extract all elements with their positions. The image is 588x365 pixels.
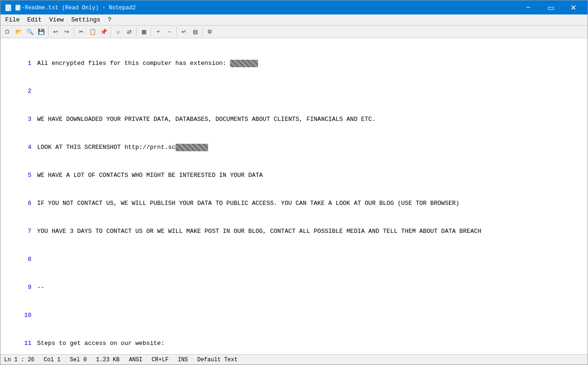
url-encrypted — [175, 144, 208, 151]
menu-file[interactable]: File — [2, 15, 22, 24]
copy-button[interactable]: 📋 — [87, 27, 98, 37]
ln10: 10 — [2, 311, 31, 320]
status-encoding: ANSI — [129, 357, 142, 363]
text-area[interactable]: All encrypted files for this computer ha… — [34, 38, 588, 354]
tb-sep2 — [74, 27, 74, 36]
line-5: WE HAVE A LOT OF CONTACTS WHO MIGHT BE I… — [37, 171, 586, 180]
minimize-button[interactable]: − — [518, 0, 539, 14]
select-all-button[interactable]: ▦ — [139, 27, 149, 37]
line-2 — [37, 87, 586, 96]
zoom-out-button[interactable]: − — [164, 27, 175, 37]
ln8: 8 — [2, 255, 31, 264]
scheme-button[interactable]: ▤ — [190, 27, 200, 37]
find-file-button[interactable]: 🔍 — [25, 27, 35, 37]
ln7: 7 — [2, 227, 31, 236]
title-bar: 🗒️ 🗒️-Readme.txt (Read Only) - Notepad2 … — [0, 0, 588, 14]
window-title: 🗒️-Readme.txt (Read Only) - Notepad2 — [14, 4, 136, 11]
ln3: 3 — [2, 115, 31, 124]
ln9: 9 — [2, 283, 31, 292]
title-bar-left: 🗒️ 🗒️-Readme.txt (Read Only) - Notepad2 — [4, 4, 136, 11]
tb-sep3 — [111, 27, 111, 36]
menu-settings[interactable]: Settings — [69, 15, 103, 24]
status-col: Col 1 — [44, 357, 61, 363]
editor-content: 1 2 3 4 5 6 7 8 9 10 11 12 13 14 15 16 1… — [0, 38, 588, 354]
menu-edit[interactable]: Edit — [24, 15, 44, 24]
line-6: IF YOU NOT CONTACT US, WE WILL PUBLISH Y… — [37, 199, 586, 208]
replace-button[interactable]: ⇄ — [124, 27, 134, 37]
tb-sep4 — [136, 27, 137, 36]
close-button[interactable]: ✕ — [562, 0, 584, 14]
line-8 — [37, 255, 586, 264]
line-1: All encrypted files for this computer ha… — [37, 59, 586, 68]
status-filesize: 1.23 KB — [96, 357, 119, 363]
line-10 — [37, 311, 586, 320]
settings-button[interactable]: ⚙ — [204, 27, 215, 37]
wrap-button[interactable]: ↵ — [179, 27, 189, 37]
main-window: 🗒️ 🗒️-Readme.txt (Read Only) - Notepad2 … — [0, 0, 588, 365]
status-mode: Default Text — [197, 357, 238, 363]
title-bar-controls: − ▭ ✕ — [518, 0, 584, 14]
menu-help[interactable]: ? — [105, 15, 114, 24]
editor-area[interactable]: 1 2 3 4 5 6 7 8 9 10 11 12 13 14 15 16 1… — [0, 38, 588, 354]
ln5: 5 — [2, 171, 31, 180]
line-4: LOOK AT THIS SCREENSHOT http://prnt.sc — [37, 143, 586, 152]
ln6: 6 — [2, 199, 31, 208]
new-button[interactable]: 🗋 — [2, 27, 13, 37]
ln1: 1 — [2, 59, 31, 68]
tb-sep7 — [202, 27, 203, 36]
cut-button[interactable]: ✂ — [76, 27, 86, 37]
line-numbers: 1 2 3 4 5 6 7 8 9 10 11 12 13 14 15 16 1… — [0, 38, 34, 354]
tb-sep5 — [151, 27, 151, 36]
status-bar: Ln 1 : 26 Col 1 Sel 0 1.23 KB ANSI CR+LF… — [0, 354, 588, 365]
ln11: 11 — [2, 339, 31, 348]
line-7: YOU HAVE 3 DAYS TO CONTACT US OR WE WILL… — [37, 227, 586, 236]
maximize-button[interactable]: ▭ — [540, 0, 561, 14]
line-9: -- — [37, 283, 586, 292]
status-line-ending: CR+LF — [152, 357, 168, 363]
ln2: 2 — [2, 87, 31, 96]
find-button[interactable]: ⌕ — [113, 27, 123, 37]
toolbar: 🗋 📂 🔍 💾 ↩ ↪ ✂ 📋 📌 ⌕ ⇄ ▦ + − ↵ ▤ ⚙ — [0, 26, 588, 38]
status-position: Ln 1 : 26 — [4, 357, 35, 363]
zoom-in-button[interactable]: + — [153, 27, 163, 37]
menu-view[interactable]: View — [46, 15, 66, 24]
tb-sep1 — [48, 27, 49, 36]
line-11: Steps to get access on our website: — [37, 339, 586, 348]
redo-button[interactable]: ↪ — [62, 27, 72, 37]
status-sel: Sel 0 — [70, 357, 87, 363]
menu-bar: File Edit View Settings ? — [0, 14, 588, 26]
ln4: 4 — [2, 143, 31, 152]
extension-encrypted — [230, 60, 258, 67]
save-button[interactable]: 💾 — [36, 27, 46, 37]
tb-sep6 — [176, 27, 177, 36]
status-ins: INS — [178, 357, 188, 363]
undo-button[interactable]: ↩ — [50, 27, 61, 37]
open-button[interactable]: 📂 — [14, 27, 24, 37]
paste-button[interactable]: 📌 — [98, 27, 109, 37]
line-3: WE HAVE DOWNLOADED YOUR PRIVATE DATA, DA… — [37, 115, 586, 124]
app-icon: 🗒️ — [4, 4, 12, 11]
